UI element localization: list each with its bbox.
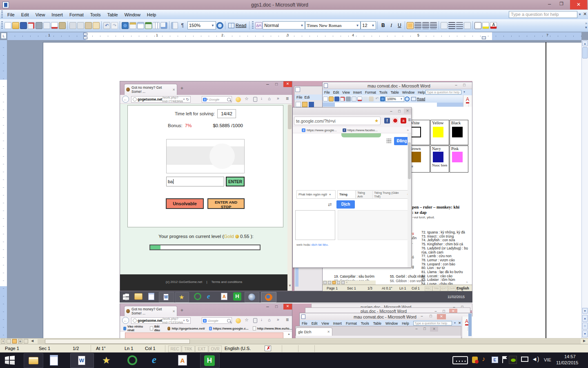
formatting-grip[interactable] [252, 21, 254, 29]
close-button[interactable]: ✕ [437, 314, 446, 319]
home-icon[interactable]: ⌂ [268, 96, 271, 101]
bookmark-item[interactable]: Vào nhiều nhất [127, 325, 146, 332]
menu-format[interactable]: Format [363, 90, 378, 94]
taskbar-picture-icon[interactable]: A [178, 355, 187, 366]
facebook-extension-icon[interactable]: f [384, 118, 390, 123]
outside-border-button[interactable] [474, 22, 481, 29]
help-dropdown-icon[interactable]: ▼ [454, 322, 456, 324]
menu-window[interactable]: Window [401, 90, 416, 94]
maximize-button[interactable]: ❐ [559, 1, 564, 7]
menu-file[interactable]: File [323, 90, 332, 94]
highlight-button[interactable] [482, 22, 489, 29]
menu-file[interactable]: File [294, 95, 305, 99]
menubar-close-icon[interactable]: ✕ [583, 11, 587, 17]
browser-tab[interactable]: Got no money? Get Some! ... ✕ [124, 306, 177, 316]
menu-view[interactable]: View [341, 90, 351, 94]
print-preview-icon[interactable] [43, 22, 50, 29]
help-icon[interactable] [216, 22, 223, 29]
help-dropdown-icon[interactable]: ▼ [463, 91, 466, 93]
opera-extension-icon[interactable] [392, 118, 398, 123]
previous-page-button[interactable]: ▲ [582, 315, 588, 322]
scrollbar-thumb[interactable] [582, 47, 588, 58]
tab-stop-selector[interactable]: L [1, 33, 7, 39]
zoom-combobox[interactable]: 100%▼ [385, 96, 404, 102]
enter-button[interactable]: ENTER [226, 177, 245, 186]
close-button[interactable]: ✕ [283, 81, 292, 87]
minimize-button[interactable]: – [413, 327, 420, 332]
downloads-icon[interactable]: ↓ [261, 96, 263, 101]
bookmark-item[interactable]: Bắt đầu [154, 325, 164, 332]
close-button[interactable]: ✕ [570, 0, 587, 9]
menu-help[interactable]: Help [416, 90, 426, 94]
taskbar-h-button[interactable]: H [200, 353, 220, 368]
line-spacing-button[interactable] [441, 22, 448, 29]
document-map-icon[interactable] [171, 22, 178, 29]
help-question-input[interactable]: Type a question for help [509, 11, 577, 18]
status-trk[interactable]: TRK [432, 286, 440, 291]
align-center-button[interactable] [414, 22, 421, 29]
status-rec[interactable]: REC [425, 286, 432, 291]
vertical-ruler[interactable] [0, 40, 7, 338]
status-trk[interactable]: TRK [182, 346, 195, 352]
firefox-menu-icon[interactable]: ≡ [286, 96, 289, 101]
address-bar[interactable]: gogetsome.net /work.php?rnd=77483#star ▼… [131, 96, 191, 103]
menu-tools[interactable]: Tools [378, 90, 389, 94]
chrome-menu-icon[interactable]: ≡ [408, 117, 411, 123]
taskbar-firefox-button[interactable] [261, 292, 276, 303]
translate-button[interactable]: Dịch [336, 200, 355, 209]
taskbar-notepad-icon[interactable] [50, 355, 58, 366]
site-identity-icon[interactable] [133, 319, 137, 323]
taskbar-ie-icon[interactable]: e [152, 354, 163, 366]
back-button[interactable]: ← [122, 317, 129, 324]
start-button-right[interactable] [10, 356, 15, 365]
reading-layout-button[interactable] [24, 339, 28, 343]
menu-help[interactable]: Help [144, 11, 160, 18]
search-bar[interactable]: 8 Google [202, 317, 232, 324]
h-scrollbar[interactable]: ‹ [323, 280, 376, 285]
page-scrollbar[interactable]: ▼ [287, 104, 292, 291]
clipboard-icon[interactable] [253, 318, 257, 323]
minimize-button[interactable]: – [418, 314, 425, 319]
menu-format[interactable]: Format [66, 11, 87, 18]
swap-languages-icon[interactable]: ⇄ [328, 202, 332, 207]
search-bar[interactable]: 8 ▾ Google [202, 96, 232, 103]
start-button[interactable] [5, 356, 9, 364]
scroll-left-button[interactable]: ◀ [31, 339, 33, 343]
status-ext[interactable]: EXT [195, 346, 208, 352]
status-rec[interactable]: REC [168, 346, 181, 352]
web-layout-icon[interactable] [328, 281, 331, 284]
taskbar-notepad-icon[interactable] [148, 293, 154, 300]
minimize-button[interactable]: – [388, 109, 395, 114]
maximize-button[interactable]: □ [275, 82, 278, 86]
menu-insert[interactable]: Insert [331, 321, 344, 325]
touch-keyboard-icon[interactable] [452, 356, 468, 364]
menu-insert[interactable]: Insert [352, 90, 363, 94]
menu-edit[interactable]: Edit [18, 11, 32, 18]
search-engine-icon[interactable]: 8 [203, 98, 207, 101]
hyperlink-icon[interactable] [122, 22, 129, 29]
google-apps-grid-icon[interactable] [386, 138, 392, 144]
menu-edit[interactable]: Edi [305, 95, 310, 99]
taskbar-sync-icon[interactable] [127, 355, 137, 365]
right-indent-marker[interactable] [482, 36, 486, 39]
taskbar-h-icon[interactable]: H [233, 292, 241, 301]
horizontal-ruler[interactable]: 1 1 2 3 4 5 7 [7, 32, 581, 40]
insert-table-icon[interactable] [137, 22, 144, 29]
tray-music-icon[interactable]: ♪ [482, 355, 485, 363]
taskbar-star-button[interactable]: ★ [175, 292, 189, 303]
font-combobox[interactable]: Times New Roman▼ [305, 21, 361, 29]
insert-excel-icon[interactable] [145, 22, 152, 29]
mail-icon[interactable] [28, 22, 35, 29]
menu-table[interactable]: Table [104, 11, 121, 18]
paste-icon[interactable] [369, 96, 374, 101]
normal-view-icon[interactable] [323, 281, 327, 284]
page-scrollbar[interactable] [408, 133, 411, 267]
spelling-icon[interactable] [357, 96, 362, 101]
site-identity-icon[interactable] [133, 97, 137, 101]
reload-icon[interactable]: ↻ [186, 97, 189, 101]
menu-table[interactable]: Table [371, 321, 383, 325]
tab-english[interactable]: Tiếng Anh [356, 191, 372, 198]
underline-button[interactable]: U [395, 21, 403, 29]
tray-e-icon[interactable]: E [492, 357, 498, 363]
scrollbar-track[interactable] [38, 339, 581, 344]
